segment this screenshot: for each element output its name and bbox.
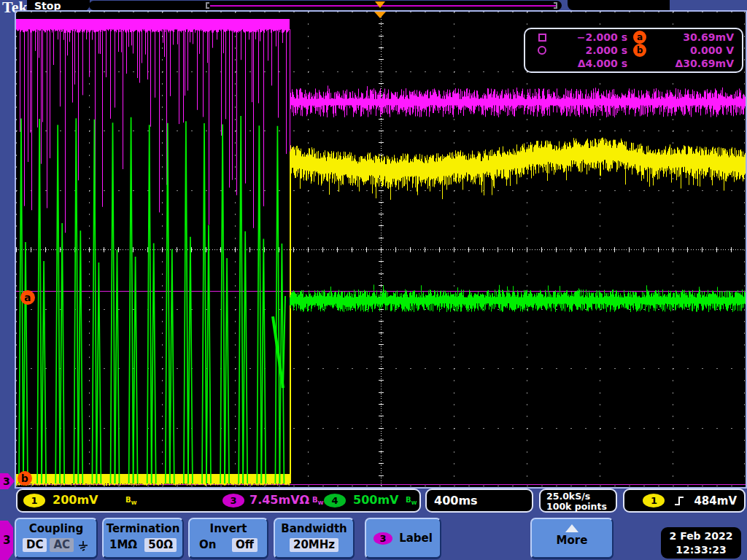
date-text: 2 Feb 2022 xyxy=(661,529,741,543)
oscilloscope-screen: Tek Stop a b 3 −2.000 s a 30.69mV 2.000 … xyxy=(0,0,747,560)
cursor-readout-box: −2.000 s a 30.69mV 2.000 s b 0.000 V Δ4.… xyxy=(524,28,743,73)
ground-coupling-icon[interactable] xyxy=(77,540,90,551)
cursor-a-time: −2.000 s xyxy=(553,31,627,43)
cursor-a-marker: a xyxy=(20,290,35,305)
invert-title: Invert xyxy=(190,521,267,537)
record-length: 100k points xyxy=(546,502,616,512)
sample-rate: 25.0kS/s xyxy=(546,491,616,502)
waveform-canvas xyxy=(16,12,746,487)
cursor-b-value: 0.000 V xyxy=(652,44,734,56)
more-button[interactable]: More xyxy=(530,518,614,559)
termination-title: Termination xyxy=(104,521,182,537)
bandwidth-value[interactable]: 20MHz xyxy=(290,538,338,552)
channel-1-badge: 1 xyxy=(23,494,45,508)
timebase-readout: 400ms xyxy=(425,489,533,513)
trigger-point-icon xyxy=(374,12,386,18)
cursor-a-value: 30.69mV xyxy=(652,31,734,43)
channel-4-bandwidth-limit-icon: BW xyxy=(406,496,417,506)
cursor-a-badge: a xyxy=(633,31,646,44)
invert-button[interactable]: Invert On Off xyxy=(188,518,268,559)
channel-3-bandwidth-limit-icon: BW xyxy=(312,496,323,506)
label-text: Label xyxy=(399,532,433,545)
acquisition-preview-bar xyxy=(89,1,562,10)
coupling-option-ac[interactable]: AC xyxy=(50,538,74,552)
datetime-box: 2 Feb 2022 12:33:23 xyxy=(661,527,741,559)
more-label: More xyxy=(532,534,612,547)
channel-1-bandwidth-limit-icon: BW xyxy=(125,496,136,506)
invert-option-on[interactable]: On xyxy=(199,538,216,552)
label-channel-badge: 3 xyxy=(374,532,392,545)
trigger-position-icon xyxy=(375,1,385,8)
rising-edge-icon xyxy=(673,496,685,506)
graticule xyxy=(15,10,747,489)
channel-3-scale: 7.45mVΩ xyxy=(249,493,309,508)
coupling-button[interactable]: Coupling DC AC xyxy=(15,518,98,559)
channel-1-scale: 200mV xyxy=(53,493,98,508)
record-bracket-left-icon xyxy=(206,2,209,9)
cursor-b-circle-icon xyxy=(538,46,546,55)
invert-option-off[interactable]: Off xyxy=(232,538,258,552)
record-bracket-right-icon xyxy=(554,2,557,9)
cursor-delta-time: Δ4.000 s xyxy=(553,58,627,69)
coupling-title: Coupling xyxy=(16,521,96,537)
channel-3-position-marker: 3 xyxy=(0,473,15,489)
trigger-level: 484mV xyxy=(694,494,737,508)
termination-button[interactable]: Termination 1MΩ 50Ω xyxy=(102,518,184,559)
trigger-source-badge: 1 xyxy=(643,494,665,508)
bandwidth-title: Bandwidth xyxy=(275,521,353,537)
bandwidth-button[interactable]: Bandwidth 20MHz xyxy=(274,518,355,559)
termination-option-50ohm[interactable]: 50Ω xyxy=(144,538,177,552)
chevron-up-icon xyxy=(565,524,578,532)
label-button[interactable]: 3 Label xyxy=(365,518,441,559)
sample-rate-readout: 25.0kS/s 100k points xyxy=(539,489,617,513)
channel-4-scale: 500mV xyxy=(353,493,398,508)
channel-3-badge: 3 xyxy=(222,494,244,508)
cursor-a-square-icon xyxy=(538,34,546,42)
cursor-b-badge: b xyxy=(633,44,646,57)
menu-channel-tab: 3 xyxy=(0,521,13,560)
cursor-b-marker: b xyxy=(18,471,32,486)
top-right-readout xyxy=(568,0,670,10)
time-text: 12:33:23 xyxy=(661,543,741,557)
termination-option-1mohm[interactable]: 1MΩ xyxy=(109,538,137,552)
channel-4-badge: 4 xyxy=(324,494,346,508)
channel-readout-box: 1 200mV BW 3 7.45mVΩ BW 4 500mV BW xyxy=(16,489,421,513)
coupling-option-dc[interactable]: DC xyxy=(23,538,47,552)
trigger-readout-box: 1 484mV xyxy=(623,489,746,513)
cursor-b-time: 2.000 s xyxy=(553,44,627,56)
cursor-delta-value: Δ30.69mV xyxy=(652,58,734,69)
